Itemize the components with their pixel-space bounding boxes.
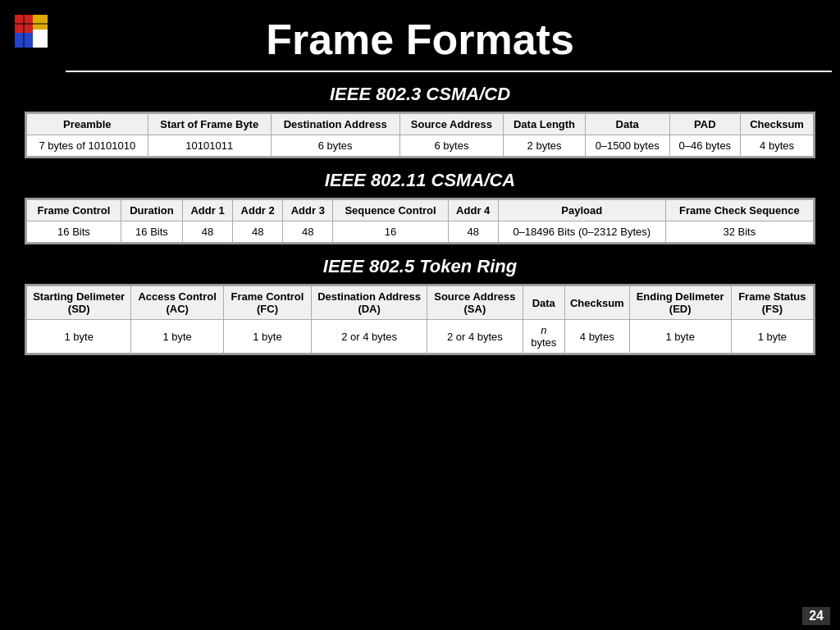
table-header-row: Frame Control Duration Addr 1 Addr 2 Add… xyxy=(27,200,814,221)
ieee80211-title: IEEE 802.11 CSMA/CA xyxy=(0,170,840,191)
col-dest-addr: Destination Address xyxy=(271,114,399,135)
col-addr2: Addr 2 xyxy=(233,200,283,221)
cell-sa-val: 2 or 4 bytes xyxy=(427,320,523,354)
col-duration: Duration xyxy=(121,200,182,221)
col-preamble: Preamble xyxy=(27,114,148,135)
cell-data-val: n bytes xyxy=(523,320,564,354)
col-fcs: Frame Check Sequence xyxy=(665,200,813,221)
ieee80211-table: Frame Control Duration Addr 1 Addr 2 Add… xyxy=(26,199,814,243)
cell-checksum-val: 4 bytes xyxy=(741,135,814,157)
col-src-addr: Source Address xyxy=(399,114,504,135)
col-seq-ctrl: Sequence Control xyxy=(333,200,448,221)
ieee8025-table-container: Starting Delimeter (SD) Access Control (… xyxy=(25,284,815,355)
page-title: Frame Formats xyxy=(0,15,840,64)
col-ac: Access Control (AC) xyxy=(131,286,223,320)
cell-chk-val: 4 bytes xyxy=(564,320,629,354)
col-data: Data xyxy=(523,286,564,320)
ieee8025-table: Starting Delimeter (SD) Access Control (… xyxy=(26,285,814,354)
cell-a1-val: 48 xyxy=(182,221,232,243)
table-row: 1 byte 1 byte 1 byte 2 or 4 bytes 2 or 4… xyxy=(27,320,814,354)
ieee8023-table-container: Preamble Start of Frame Byte Destination… xyxy=(25,112,815,158)
cell-sd-val: 1 byte xyxy=(27,320,131,354)
header-divider xyxy=(66,71,832,72)
cell-fc-val: 1 byte xyxy=(223,320,311,354)
ieee80211-section: IEEE 802.11 CSMA/CA Frame Control Durati… xyxy=(0,170,840,244)
cell-dest-val: 6 bytes xyxy=(271,135,399,157)
col-addr4: Addr 4 xyxy=(448,200,498,221)
cell-da-val: 2 or 4 bytes xyxy=(312,320,427,354)
ieee8025-title: IEEE 802.5 Token Ring xyxy=(0,256,840,277)
col-fc: Frame Control (FC) xyxy=(223,286,311,320)
ieee8023-section: IEEE 802.3 CSMA/CD Preamble Start of Fra… xyxy=(0,84,840,158)
col-da: Destination Address (DA) xyxy=(312,286,427,320)
cell-payload-val: 0–18496 Bits (0–2312 Bytes) xyxy=(498,221,665,243)
cell-sofb-val: 10101011 xyxy=(148,135,271,157)
cell-fs-val: 1 byte xyxy=(731,320,813,354)
table-header-row: Starting Delimeter (SD) Access Control (… xyxy=(27,286,814,320)
cell-ed-val: 1 byte xyxy=(629,320,731,354)
page-number: 24 xyxy=(802,607,830,625)
cell-dur-val: 16 Bits xyxy=(121,221,182,243)
cell-src-val: 6 bytes xyxy=(399,135,504,157)
table-row: 7 bytes of 10101010 10101011 6 bytes 6 b… xyxy=(27,135,814,157)
col-frame-ctrl: Frame Control xyxy=(27,200,121,221)
cell-fcs-val: 32 Bits xyxy=(665,221,813,243)
col-checksum: Checksum xyxy=(741,114,814,135)
ieee8023-title: IEEE 802.3 CSMA/CD xyxy=(0,84,840,105)
cell-fc-val: 16 Bits xyxy=(27,221,121,243)
ieee80211-table-container: Frame Control Duration Addr 1 Addr 2 Add… xyxy=(25,198,815,244)
cell-a2-val: 48 xyxy=(233,221,283,243)
col-checksum: Checksum xyxy=(564,286,629,320)
cell-pad-val: 0–46 bytes xyxy=(669,135,740,157)
ieee8025-section: IEEE 802.5 Token Ring Starting Delimeter… xyxy=(0,256,840,355)
col-payload: Payload xyxy=(498,200,665,221)
col-pad: PAD xyxy=(669,114,740,135)
col-data: Data xyxy=(585,114,669,135)
page-header: Frame Formats xyxy=(0,0,840,71)
col-ed: Ending Delimeter (ED) xyxy=(629,286,731,320)
col-data-length: Data Length xyxy=(504,114,585,135)
col-sd: Starting Delimeter (SD) xyxy=(27,286,131,320)
col-sa: Source Address (SA) xyxy=(427,286,523,320)
cell-datalen-val: 2 bytes xyxy=(504,135,585,157)
col-addr1: Addr 1 xyxy=(182,200,232,221)
cell-a3-val: 48 xyxy=(283,221,333,243)
col-fs: Frame Status (FS) xyxy=(731,286,813,320)
col-sofb: Start of Frame Byte xyxy=(148,114,271,135)
table-row: 16 Bits 16 Bits 48 48 48 16 48 0–18496 B… xyxy=(27,221,814,243)
cell-a4-val: 48 xyxy=(448,221,498,243)
cell-ac-val: 1 byte xyxy=(131,320,223,354)
svg-rect-2 xyxy=(33,15,48,30)
logo xyxy=(8,8,66,66)
cell-preamble-val: 7 bytes of 10101010 xyxy=(27,135,148,157)
col-addr3: Addr 3 xyxy=(283,200,333,221)
cell-sc-val: 16 xyxy=(333,221,448,243)
table-header-row: Preamble Start of Frame Byte Destination… xyxy=(27,114,814,135)
ieee8023-table: Preamble Start of Frame Byte Destination… xyxy=(26,113,814,157)
cell-data-val: 0–1500 bytes xyxy=(585,135,669,157)
